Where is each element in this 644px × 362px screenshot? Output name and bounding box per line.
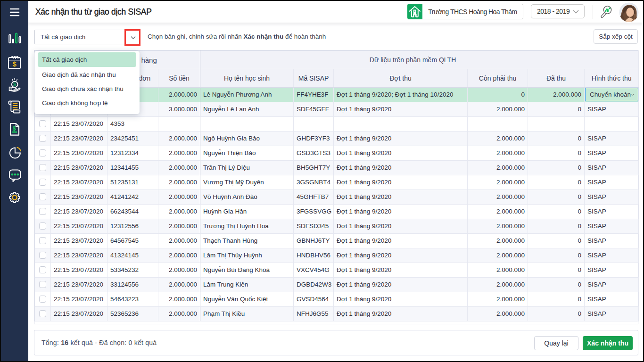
svg-text:$: $: [13, 125, 16, 132]
svg-text:$: $: [13, 60, 17, 68]
svg-text:$: $: [13, 82, 17, 87]
